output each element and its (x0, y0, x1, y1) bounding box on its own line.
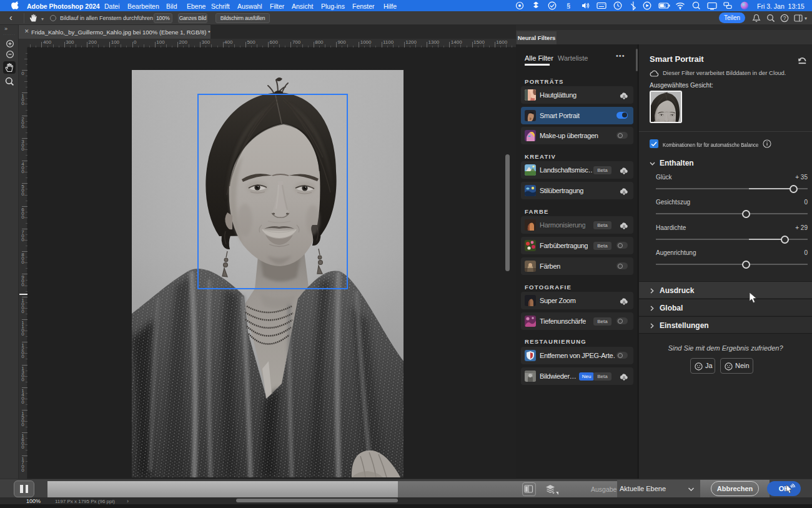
svg-text:?: ? (783, 15, 786, 21)
svg-text:§: § (567, 2, 570, 9)
